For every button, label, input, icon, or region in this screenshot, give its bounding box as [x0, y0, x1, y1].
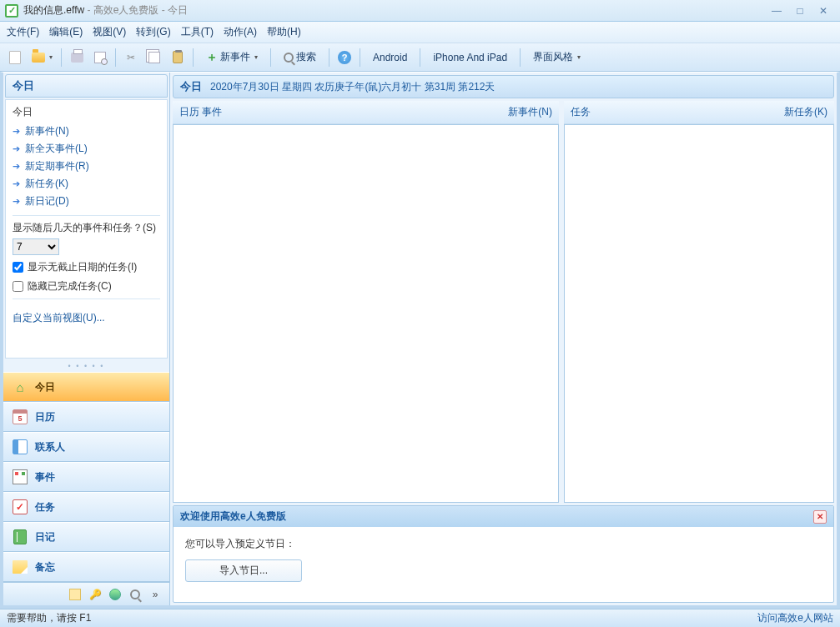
minimize-button[interactable]: — — [765, 3, 788, 18]
link-new-event-label: 新事件(N) — [25, 124, 69, 138]
today-bar-label: 今日 — [180, 79, 202, 94]
menu-edit[interactable]: 编辑(E) — [49, 25, 83, 39]
today-bar: 今日 2020年7月30日 星期四 农历庚子年(鼠)六月初十 第31周 第212… — [173, 75, 834, 98]
copy-button[interactable] — [144, 48, 164, 68]
note-icon — [69, 589, 81, 600]
footer-note-icon[interactable] — [68, 587, 83, 602]
nav-grip[interactable]: • • • • • — [3, 360, 169, 372]
print-preview-button[interactable] — [90, 48, 110, 68]
preview-icon — [94, 52, 106, 63]
contact-icon — [13, 439, 28, 454]
chevron-down-icon: ▾ — [577, 53, 581, 61]
android-button[interactable]: Android — [365, 48, 415, 68]
footer-more-button[interactable]: » — [148, 587, 163, 602]
close-button[interactable]: ✕ — [812, 3, 835, 18]
nav-memo[interactable]: 备忘 — [3, 552, 169, 582]
new-doc-button[interactable] — [5, 48, 25, 68]
calendar-icon — [13, 409, 28, 424]
calendar-events-header: 日历 事件 新事件(N) — [173, 101, 559, 124]
arrow-icon: ➔ — [13, 196, 20, 207]
chk-no-deadline[interactable]: 显示无截止日期的任务(I) — [13, 260, 160, 274]
link-new-diary[interactable]: ➔新日记(D) — [13, 193, 160, 210]
nav-events[interactable]: 事件 — [3, 462, 169, 492]
import-holidays-button[interactable]: 导入节日... — [185, 559, 302, 582]
new-event-button[interactable]: ＋新事件▾ — [199, 48, 265, 68]
nav-diary-label: 日记 — [35, 530, 55, 544]
days-select[interactable]: 7 — [13, 238, 59, 255]
chevron-down-icon: ▾ — [49, 53, 53, 61]
left-panel: 今日 今日 ➔新事件(N) ➔新全天事件(L) ➔新定期事件(R) ➔新任务(K… — [3, 73, 170, 605]
window-title: 我的信息.effw - 高效e人免费版 - 今日 — [23, 3, 188, 18]
menu-file[interactable]: 文件(F) — [7, 25, 39, 39]
window-title-suffix: - 高效e人免费版 - 今日 — [84, 4, 188, 16]
nav-list: • • • • • ⌂今日 日历 联系人 事件 ✓任务 日记 备忘 🔑 » — [3, 360, 169, 605]
arrow-icon: ➔ — [13, 161, 20, 172]
diary-icon — [13, 529, 27, 544]
footer-search-icon[interactable] — [128, 587, 143, 602]
welcome-text: 您可以导入预定义节日： — [185, 537, 822, 551]
chk-hide-done-label: 隐藏已完成任务(C) — [28, 279, 112, 293]
search-icon — [284, 53, 294, 63]
printer-icon — [71, 53, 83, 63]
open-button[interactable]: ▾ — [28, 48, 56, 68]
link-new-allday[interactable]: ➔新全天事件(L) — [13, 140, 160, 158]
link-new-event[interactable]: ➔新事件(N) — [13, 123, 160, 140]
nav-contacts[interactable]: 联系人 — [3, 432, 169, 462]
search-icon — [130, 589, 140, 599]
memo-icon — [13, 560, 28, 574]
link-new-recurring[interactable]: ➔新定期事件(R) — [13, 158, 160, 175]
welcome-header: 欢迎使用高效e人免费版 ✕ — [174, 506, 833, 527]
custom-view-link[interactable]: 自定义当前视图(U)... — [13, 311, 105, 325]
link-new-task-label: 新任务(K) — [25, 177, 68, 191]
nav-footer: 🔑 » — [3, 582, 169, 605]
nav-today-label: 今日 — [35, 380, 55, 394]
menu-view[interactable]: 视图(V) — [93, 25, 126, 39]
nav-memo-label: 备忘 — [35, 560, 55, 574]
welcome-close-button[interactable]: ✕ — [813, 510, 827, 524]
folder-icon — [32, 53, 45, 63]
copy-icon — [148, 52, 160, 63]
welcome-panel: 欢迎使用高效e人免费版 ✕ 您可以导入预定义节日： 导入节日... — [173, 505, 834, 603]
calendar-events-title: 日历 事件 — [179, 105, 222, 119]
menu-goto[interactable]: 转到(G) — [136, 25, 170, 39]
help-icon: ? — [338, 51, 351, 64]
new-task-link[interactable]: 新任务(K) — [784, 105, 827, 119]
maximize-button[interactable]: □ — [788, 3, 812, 18]
nav-today[interactable]: ⌂今日 — [3, 372, 169, 402]
search-button[interactable]: 搜索 — [276, 48, 324, 68]
calendar-events-body — [173, 124, 559, 503]
cut-button[interactable]: ✂ — [121, 48, 141, 68]
nav-diary[interactable]: 日记 — [3, 522, 169, 552]
help-button[interactable]: ? — [334, 48, 355, 68]
new-event-link[interactable]: 新事件(N) — [508, 105, 552, 119]
globe-icon — [109, 589, 121, 600]
nav-calendar-label: 日历 — [35, 410, 55, 424]
nav-calendar[interactable]: 日历 — [3, 402, 169, 432]
chk-hide-done[interactable]: 隐藏已完成任务(C) — [13, 279, 160, 293]
footer-globe-icon[interactable] — [108, 587, 123, 602]
today-bar-date: 2020年7月30日 星期四 农历庚子年(鼠)六月初十 第31周 第212天 — [210, 80, 495, 94]
status-site-link[interactable]: 访问高效e人网站 — [757, 611, 833, 625]
panels-row: 日历 事件 新事件(N) 任务 新任务(K) — [173, 101, 834, 503]
print-button[interactable] — [67, 48, 87, 68]
arrow-icon: ➔ — [13, 178, 20, 189]
paste-button[interactable] — [168, 48, 188, 68]
menu-actions[interactable]: 动作(A) — [224, 25, 257, 39]
status-help-text: 需要帮助，请按 F1 — [7, 611, 91, 625]
nav-tasks[interactable]: ✓任务 — [3, 492, 169, 522]
main-area: 今日 今日 ➔新事件(N) ➔新全天事件(L) ➔新定期事件(R) ➔新任务(K… — [0, 72, 840, 609]
event-icon — [13, 469, 28, 484]
link-new-task[interactable]: ➔新任务(K) — [13, 175, 160, 193]
arrow-icon: ➔ — [13, 143, 20, 154]
chk-no-deadline-box[interactable] — [13, 262, 23, 273]
chk-hide-done-box[interactable] — [13, 281, 23, 292]
iphone-button[interactable]: iPhone And iPad — [425, 48, 515, 68]
menu-tools[interactable]: 工具(T) — [181, 25, 214, 39]
search-label: 搜索 — [296, 50, 316, 64]
menu-help[interactable]: 帮助(H) — [267, 25, 301, 39]
theme-button[interactable]: 界面风格▾ — [526, 48, 588, 68]
left-panel-header: 今日 — [5, 74, 168, 98]
home-icon: ⌂ — [12, 379, 28, 395]
tasks-body — [564, 124, 834, 503]
footer-key-icon[interactable]: 🔑 — [88, 587, 103, 602]
